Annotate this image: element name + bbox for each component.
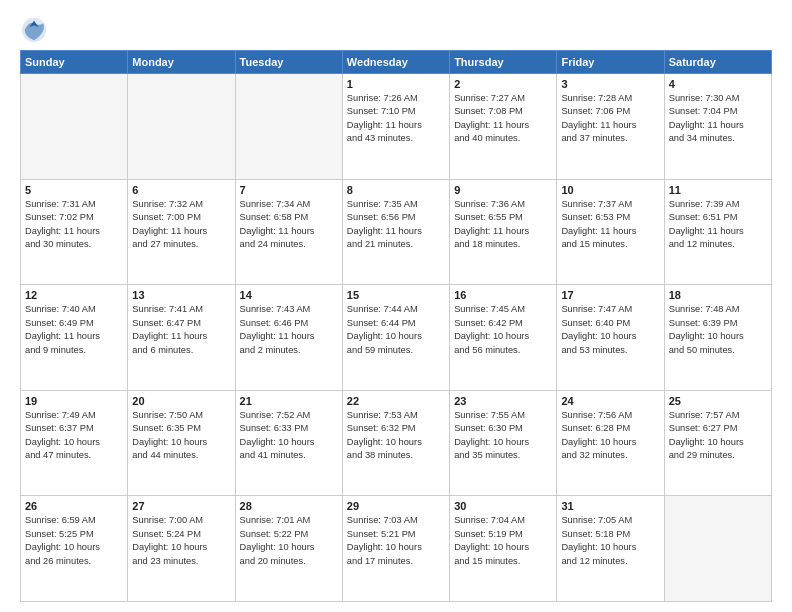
day-info: Sunrise: 7:32 AMSunset: 7:00 PMDaylight:… (132, 198, 230, 252)
calendar-cell: 4Sunrise: 7:30 AMSunset: 7:04 PMDaylight… (664, 74, 771, 180)
header-day-saturday: Saturday (664, 51, 771, 74)
day-number: 20 (132, 395, 230, 407)
calendar-cell: 30Sunrise: 7:04 AMSunset: 5:19 PMDayligh… (450, 496, 557, 602)
day-info: Sunrise: 7:30 AMSunset: 7:04 PMDaylight:… (669, 92, 767, 146)
day-number: 27 (132, 500, 230, 512)
day-number: 3 (561, 78, 659, 90)
day-number: 8 (347, 184, 445, 196)
day-info: Sunrise: 7:41 AMSunset: 6:47 PMDaylight:… (132, 303, 230, 357)
header (20, 16, 772, 44)
day-number: 30 (454, 500, 552, 512)
header-day-tuesday: Tuesday (235, 51, 342, 74)
header-row: SundayMondayTuesdayWednesdayThursdayFrid… (21, 51, 772, 74)
day-number: 23 (454, 395, 552, 407)
calendar-cell: 28Sunrise: 7:01 AMSunset: 5:22 PMDayligh… (235, 496, 342, 602)
day-info: Sunrise: 7:53 AMSunset: 6:32 PMDaylight:… (347, 409, 445, 463)
day-number: 11 (669, 184, 767, 196)
day-number: 22 (347, 395, 445, 407)
day-number: 5 (25, 184, 123, 196)
calendar-cell: 13Sunrise: 7:41 AMSunset: 6:47 PMDayligh… (128, 285, 235, 391)
calendar-cell: 15Sunrise: 7:44 AMSunset: 6:44 PMDayligh… (342, 285, 449, 391)
day-info: Sunrise: 7:47 AMSunset: 6:40 PMDaylight:… (561, 303, 659, 357)
calendar-cell: 23Sunrise: 7:55 AMSunset: 6:30 PMDayligh… (450, 390, 557, 496)
logo-icon (20, 16, 48, 44)
day-info: Sunrise: 7:48 AMSunset: 6:39 PMDaylight:… (669, 303, 767, 357)
day-number: 17 (561, 289, 659, 301)
week-row-2: 12Sunrise: 7:40 AMSunset: 6:49 PMDayligh… (21, 285, 772, 391)
week-row-1: 5Sunrise: 7:31 AMSunset: 7:02 PMDaylight… (21, 179, 772, 285)
day-info: Sunrise: 7:04 AMSunset: 5:19 PMDaylight:… (454, 514, 552, 568)
day-info: Sunrise: 7:43 AMSunset: 6:46 PMDaylight:… (240, 303, 338, 357)
day-info: Sunrise: 7:37 AMSunset: 6:53 PMDaylight:… (561, 198, 659, 252)
day-info: Sunrise: 7:56 AMSunset: 6:28 PMDaylight:… (561, 409, 659, 463)
calendar-cell (128, 74, 235, 180)
day-info: Sunrise: 7:50 AMSunset: 6:35 PMDaylight:… (132, 409, 230, 463)
calendar-cell: 2Sunrise: 7:27 AMSunset: 7:08 PMDaylight… (450, 74, 557, 180)
day-number: 19 (25, 395, 123, 407)
day-number: 14 (240, 289, 338, 301)
header-day-thursday: Thursday (450, 51, 557, 74)
calendar-cell: 11Sunrise: 7:39 AMSunset: 6:51 PMDayligh… (664, 179, 771, 285)
day-number: 31 (561, 500, 659, 512)
calendar-cell: 27Sunrise: 7:00 AMSunset: 5:24 PMDayligh… (128, 496, 235, 602)
day-info: Sunrise: 7:03 AMSunset: 5:21 PMDaylight:… (347, 514, 445, 568)
week-row-0: 1Sunrise: 7:26 AMSunset: 7:10 PMDaylight… (21, 74, 772, 180)
calendar-cell: 26Sunrise: 6:59 AMSunset: 5:25 PMDayligh… (21, 496, 128, 602)
day-number: 25 (669, 395, 767, 407)
day-info: Sunrise: 7:31 AMSunset: 7:02 PMDaylight:… (25, 198, 123, 252)
day-number: 9 (454, 184, 552, 196)
day-info: Sunrise: 6:59 AMSunset: 5:25 PMDaylight:… (25, 514, 123, 568)
day-number: 24 (561, 395, 659, 407)
day-number: 13 (132, 289, 230, 301)
week-row-4: 26Sunrise: 6:59 AMSunset: 5:25 PMDayligh… (21, 496, 772, 602)
calendar-cell (21, 74, 128, 180)
day-info: Sunrise: 7:34 AMSunset: 6:58 PMDaylight:… (240, 198, 338, 252)
day-info: Sunrise: 7:36 AMSunset: 6:55 PMDaylight:… (454, 198, 552, 252)
calendar-cell: 12Sunrise: 7:40 AMSunset: 6:49 PMDayligh… (21, 285, 128, 391)
day-number: 29 (347, 500, 445, 512)
day-info: Sunrise: 7:27 AMSunset: 7:08 PMDaylight:… (454, 92, 552, 146)
calendar-cell: 21Sunrise: 7:52 AMSunset: 6:33 PMDayligh… (235, 390, 342, 496)
calendar-cell: 5Sunrise: 7:31 AMSunset: 7:02 PMDaylight… (21, 179, 128, 285)
calendar-cell: 16Sunrise: 7:45 AMSunset: 6:42 PMDayligh… (450, 285, 557, 391)
calendar-cell: 6Sunrise: 7:32 AMSunset: 7:00 PMDaylight… (128, 179, 235, 285)
day-number: 16 (454, 289, 552, 301)
day-info: Sunrise: 7:35 AMSunset: 6:56 PMDaylight:… (347, 198, 445, 252)
calendar-cell: 9Sunrise: 7:36 AMSunset: 6:55 PMDaylight… (450, 179, 557, 285)
day-info: Sunrise: 7:49 AMSunset: 6:37 PMDaylight:… (25, 409, 123, 463)
calendar-cell: 31Sunrise: 7:05 AMSunset: 5:18 PMDayligh… (557, 496, 664, 602)
logo (20, 16, 52, 44)
header-day-wednesday: Wednesday (342, 51, 449, 74)
calendar-cell: 17Sunrise: 7:47 AMSunset: 6:40 PMDayligh… (557, 285, 664, 391)
day-info: Sunrise: 7:00 AMSunset: 5:24 PMDaylight:… (132, 514, 230, 568)
calendar-cell: 3Sunrise: 7:28 AMSunset: 7:06 PMDaylight… (557, 74, 664, 180)
day-number: 21 (240, 395, 338, 407)
day-info: Sunrise: 7:39 AMSunset: 6:51 PMDaylight:… (669, 198, 767, 252)
header-day-monday: Monday (128, 51, 235, 74)
calendar-cell: 25Sunrise: 7:57 AMSunset: 6:27 PMDayligh… (664, 390, 771, 496)
day-number: 7 (240, 184, 338, 196)
week-row-3: 19Sunrise: 7:49 AMSunset: 6:37 PMDayligh… (21, 390, 772, 496)
calendar-cell: 20Sunrise: 7:50 AMSunset: 6:35 PMDayligh… (128, 390, 235, 496)
calendar-cell: 29Sunrise: 7:03 AMSunset: 5:21 PMDayligh… (342, 496, 449, 602)
day-info: Sunrise: 7:26 AMSunset: 7:10 PMDaylight:… (347, 92, 445, 146)
day-number: 1 (347, 78, 445, 90)
calendar-cell (664, 496, 771, 602)
day-number: 15 (347, 289, 445, 301)
calendar-cell: 8Sunrise: 7:35 AMSunset: 6:56 PMDaylight… (342, 179, 449, 285)
day-number: 4 (669, 78, 767, 90)
day-number: 10 (561, 184, 659, 196)
calendar-cell: 24Sunrise: 7:56 AMSunset: 6:28 PMDayligh… (557, 390, 664, 496)
header-day-friday: Friday (557, 51, 664, 74)
day-info: Sunrise: 7:44 AMSunset: 6:44 PMDaylight:… (347, 303, 445, 357)
day-number: 2 (454, 78, 552, 90)
day-number: 26 (25, 500, 123, 512)
day-info: Sunrise: 7:40 AMSunset: 6:49 PMDaylight:… (25, 303, 123, 357)
header-day-sunday: Sunday (21, 51, 128, 74)
day-number: 6 (132, 184, 230, 196)
calendar-cell: 14Sunrise: 7:43 AMSunset: 6:46 PMDayligh… (235, 285, 342, 391)
day-info: Sunrise: 7:28 AMSunset: 7:06 PMDaylight:… (561, 92, 659, 146)
day-info: Sunrise: 7:57 AMSunset: 6:27 PMDaylight:… (669, 409, 767, 463)
calendar-cell: 22Sunrise: 7:53 AMSunset: 6:32 PMDayligh… (342, 390, 449, 496)
calendar-table: SundayMondayTuesdayWednesdayThursdayFrid… (20, 50, 772, 602)
